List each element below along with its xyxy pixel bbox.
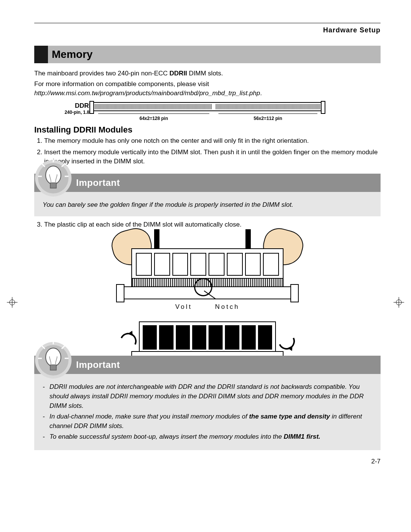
important2-text1: DDRII modules are not interchangeable wi… (49, 382, 372, 411)
clip-icon (116, 284, 124, 302)
chip-icon (263, 253, 279, 276)
svg-point-2 (46, 166, 61, 184)
section-header: Memory (34, 46, 381, 63)
svg-point-6 (46, 348, 61, 366)
figure-labels: Volt Notch (120, 303, 295, 311)
chip-icon (143, 325, 157, 350)
dimm-pins-right (216, 104, 320, 109)
dimm-arrow-row: 64x2=128 pin 56x2=112 pin (93, 112, 322, 121)
important-text-1: You can barely see the golden finger if … (43, 201, 293, 208)
lightbulb-icon (34, 341, 72, 379)
clip-icon (290, 284, 299, 302)
chip-icon (242, 325, 256, 350)
dimm-label-big: DDRII (62, 102, 92, 110)
chip-icon (136, 253, 152, 276)
page-header: Hardware Setup (34, 26, 381, 34)
rotate-arrow-icon (118, 331, 139, 352)
steps-list: The memory module has only one notch on … (34, 136, 381, 166)
important2-item2: - In dual-channel mode, make sure that y… (43, 412, 372, 431)
important2-item3: - To enable successful system boot-up, a… (43, 432, 372, 442)
intro-bold: DDRII (169, 70, 187, 77)
intro-paragraph-2: For more information on compatible compo… (34, 80, 381, 98)
t2b: the same type and density (249, 413, 330, 420)
chip-icon (192, 325, 206, 350)
intro-paragraph-1: The mainboard provides two 240-pin non-E… (34, 69, 381, 78)
intro-text: The mainboard provides two 240-pin non-E… (34, 70, 169, 77)
dimm-slot-graphic (93, 102, 322, 111)
important-label-2: Important (76, 359, 120, 370)
dash-icon: - (43, 432, 49, 442)
rotate-arrow-icon (276, 331, 297, 352)
chip-icon (258, 325, 272, 350)
dimm-label: DDRII 240-pin, 1.8V (62, 102, 92, 115)
step-1: The memory module has only one notch on … (44, 136, 381, 145)
dimm-label-small: 240-pin, 1.8V (62, 110, 92, 115)
section-title: Memory (48, 46, 92, 63)
chip-icon (176, 325, 190, 350)
chip-icon (227, 253, 243, 276)
chip-icon (209, 253, 225, 276)
label-notch: Notch (215, 303, 239, 311)
svg-rect-3 (50, 183, 56, 188)
hands-row (120, 233, 295, 294)
section-accent (34, 46, 48, 63)
intro2-text: For more information on compatible compo… (34, 80, 209, 88)
registration-mark-icon (393, 297, 404, 308)
module-inserted-graphic (120, 318, 295, 359)
chip-icon (190, 253, 206, 276)
t3a: To enable successful system boot-up, alw… (49, 433, 284, 440)
important2-text3: To enable successful system boot-up, alw… (49, 432, 320, 442)
chip-icon (225, 325, 239, 350)
subheading: Installing DDRII Modules (34, 125, 381, 135)
steps-list-cont: The plastic clip at each side of the DIM… (34, 220, 381, 229)
dimm-diagram: DDRII 240-pin, 1.8V 64x2=128 pin 56x2=11… (93, 102, 322, 121)
important-bar-2: Important (34, 356, 381, 374)
chip-icon (209, 325, 223, 350)
step-2: Insert the memory module vertically into… (44, 148, 381, 166)
dimm-notch (213, 103, 215, 110)
t2a: In dual-channel mode, make sure that you… (49, 413, 249, 420)
intro2-url: http://www.msi.com.tw/program/products/m… (34, 89, 260, 97)
important-box-1: Important You can barely see the golden … (34, 174, 381, 217)
dimm-arrow-left: 64x2=128 pin (93, 112, 214, 121)
chip-icon (154, 253, 170, 276)
important-body-1: You can barely see the golden finger if … (34, 192, 381, 217)
dimm-arrow-right: 56x2=112 pin (214, 112, 322, 121)
dash-icon: - (43, 412, 49, 431)
lightbulb-icon (34, 159, 72, 197)
chip-icon (159, 325, 173, 350)
install-figure: Volt Notch (120, 233, 295, 359)
page-number: 2-7 (34, 458, 381, 465)
registration-mark-icon (7, 297, 18, 308)
step-3: The plastic clip at each side of the DIM… (44, 220, 381, 229)
t3b: DIMM1 first. (284, 433, 320, 440)
intro2-end: . (260, 89, 262, 97)
important2-item1: - DDRII modules are not interchangeable … (43, 382, 372, 411)
memory-module-seated (139, 321, 276, 353)
dimm-pins-left (95, 104, 212, 109)
important-label-1: Important (76, 177, 120, 188)
svg-rect-7 (50, 365, 56, 370)
chip-icon (172, 253, 188, 276)
notch-circle-icon (194, 278, 212, 296)
important-bar-1: Important (34, 174, 381, 192)
chip-icon (245, 253, 261, 276)
important-body-2: - DDRII modules are not interchangeable … (34, 374, 381, 450)
label-volt: Volt (175, 303, 192, 311)
top-rule (34, 23, 381, 23)
important2-text2: In dual-channel mode, make sure that you… (49, 412, 372, 431)
dash-icon: - (43, 382, 49, 411)
intro-text-end: DIMM slots. (187, 70, 223, 77)
important-box-2: Important - DDRII modules are not interc… (34, 356, 381, 450)
